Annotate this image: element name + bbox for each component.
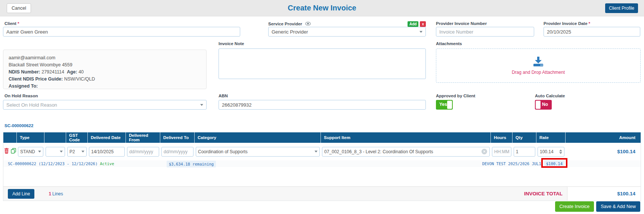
service-provider-label: Service Provider (268, 22, 302, 26)
create-invoice-button[interactable]: Create Invoice (555, 201, 594, 212)
provider-invoice-number-label: Provider Invoice Number (436, 21, 487, 26)
line-count: 1Lines (49, 191, 63, 196)
line-items-table: Type GST Code Delivered Date Delivered F… (3, 132, 641, 201)
contract-status: Active (100, 161, 114, 166)
client-info-box: aamir@aamirmail.com Blackall Street Woom… (3, 50, 207, 89)
category-select[interactable]: Coordination of Supports (196, 147, 320, 157)
table-row: STAND P2 Coordination of Supports 07_002… (3, 143, 641, 160)
col-delivered-to: Delivered To (160, 132, 195, 143)
col-amount: Amount (566, 132, 641, 143)
service-provider-select[interactable]: Generic Provider (268, 27, 426, 37)
support-item-select[interactable]: 07_002_0106_8_3 - Level 2: Coordination … (322, 147, 490, 157)
drag-drop-text: Drag and Drop Attachment (512, 70, 565, 75)
approved-by-client-label: Approved by Client (436, 94, 475, 98)
auto-calculate-label: Auto Calculate (535, 94, 565, 98)
service-provider-header: Service Provider Add x (268, 21, 426, 27)
trash-icon[interactable] (4, 148, 9, 155)
remaining-budget-badge: $3,634.18 remaining (167, 161, 216, 167)
abn-label: ABN (219, 94, 228, 98)
col-support-item: Support Item (321, 132, 491, 143)
col-qty: Qty (513, 132, 536, 143)
client-ndis-line: NDIS Number: 279241114 Age: 40 (9, 69, 201, 76)
table-empty-area (3, 167, 641, 186)
delivered-date-input[interactable] (89, 147, 125, 157)
budget-name: DEVON TEST 2025/2026 JUL1 (482, 160, 541, 167)
col-delivered-date: Delivered Date (88, 132, 126, 143)
page-title: Create New Invoice (0, 4, 644, 12)
create-invoice-page: Cancel Create New Invoice Client Profile… (0, 0, 644, 214)
upload-icon (532, 57, 544, 68)
client-address: Blackall Street Woombye 4559 (9, 62, 201, 69)
delivered-to-input[interactable] (161, 147, 193, 157)
remove-service-provider-button[interactable]: x (420, 21, 426, 27)
chevron-down-icon (38, 151, 41, 152)
chevron-down-icon (81, 151, 84, 152)
col-rate: Rate (536, 132, 566, 143)
col-type: Type (17, 132, 44, 143)
table-footer: Add Line 1Lines INVOICE TOTAL $100.14 (3, 186, 641, 201)
contract-period: SC-000000622 (12/12/2023 - 12/12/2026) A… (8, 160, 114, 167)
clear-icon[interactable]: × (482, 149, 487, 154)
provider-invoice-date-label: Provider Invoice Date* (544, 21, 590, 26)
add-line-button[interactable]: Add Line (8, 189, 34, 199)
client-price-guide-line: Client NDIS Price Guide: NSW/VIC/QLD (9, 76, 201, 83)
spinner-down-icon[interactable] (559, 152, 562, 154)
col-actions (3, 132, 17, 143)
funding-info-row: SC-000000622 (12/12/2023 - 12/12/2026) A… (3, 160, 641, 167)
col-category: Category (195, 132, 321, 143)
bottom-actions: Create Invoice Save & Add New (0, 201, 644, 212)
chevron-down-icon (315, 151, 318, 152)
abn-input[interactable] (219, 100, 426, 110)
client-email: aamir@aamirmail.com (9, 54, 201, 62)
client-profile-button[interactable]: Client Profile (605, 3, 638, 13)
table-header-row: Type GST Code Delivered Date Delivered F… (3, 132, 641, 143)
client-input[interactable] (3, 27, 240, 37)
subtype-select[interactable] (46, 147, 65, 157)
provider-invoice-date-input[interactable] (544, 27, 640, 37)
rate-stepper[interactable]: 100.14 (538, 147, 564, 157)
top-bar: Cancel Create New Invoice Client Profile (0, 0, 644, 16)
service-contract-link[interactable]: SC-000000622 (4, 123, 33, 128)
type-select[interactable]: STAND (18, 147, 43, 157)
copy-icon[interactable] (11, 148, 16, 155)
chevron-down-icon (200, 104, 203, 106)
invoice-total-label: INVOICE TOTAL (524, 191, 563, 196)
col-subtype (44, 132, 66, 143)
col-gst-code: GST Code (66, 132, 88, 143)
chevron-down-icon (60, 151, 63, 152)
chevron-down-icon (419, 31, 422, 33)
client-label: Client* (4, 21, 19, 26)
client-assigned-line: Assigned To: (9, 83, 201, 90)
invoice-total-value: $100.14 (567, 187, 641, 201)
provider-invoice-number-input[interactable] (436, 27, 534, 37)
on-hold-reason-label: On Hold Reason (4, 94, 38, 98)
gst-code-select[interactable]: P2 (67, 147, 87, 157)
col-delivered-from: Delivered From (126, 132, 160, 143)
spinner-up-icon[interactable] (559, 150, 562, 151)
invoice-note-label: Invoice Note (219, 41, 244, 46)
col-hours: Hours (491, 132, 513, 143)
hours-input[interactable] (492, 147, 511, 157)
approved-by-client-toggle[interactable]: Yes (436, 100, 453, 110)
add-service-provider-button[interactable]: Add (408, 21, 418, 27)
delivered-from-input[interactable] (127, 147, 159, 157)
invoice-note-textarea[interactable] (219, 48, 426, 79)
line-amount: $100.14 (566, 143, 641, 160)
attachments-label: Attachments (436, 41, 462, 46)
qty-input[interactable] (514, 147, 535, 157)
save-add-new-button[interactable]: Save & Add New (596, 201, 640, 212)
auto-calculate-toggle[interactable]: No (535, 100, 552, 110)
attachment-dropzone[interactable]: Drag and Drop Attachment (436, 48, 641, 83)
eye-icon[interactable] (305, 21, 311, 27)
allocated-amount-badge: $100.14 (544, 160, 564, 167)
on-hold-reason-select[interactable]: Select On Hold Reason (3, 100, 207, 110)
